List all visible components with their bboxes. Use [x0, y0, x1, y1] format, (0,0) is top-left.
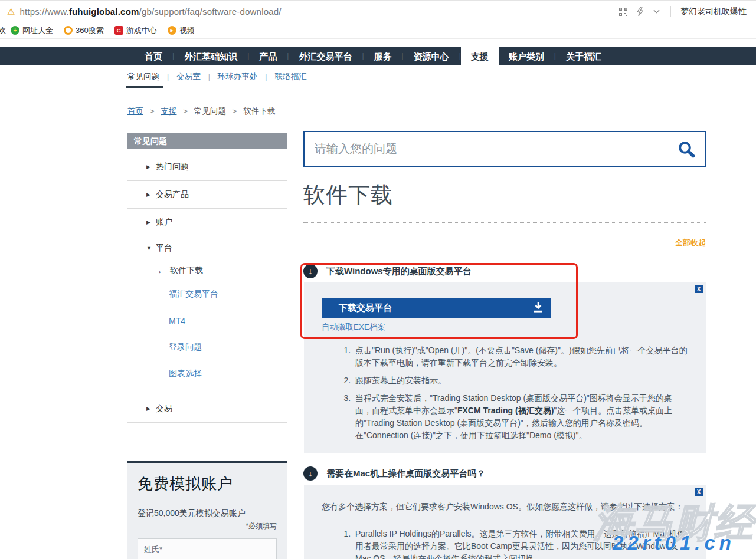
nav-item-services[interactable]: 服务 [364, 47, 402, 65]
list-item: 点击"Run (执行)"或"Open (开)"。(不要点击"Save (储存)"… [353, 344, 688, 369]
breadcrumb-separator: > [150, 107, 155, 116]
subnav-item-faq-active[interactable]: 常见问题 [127, 71, 159, 82]
last-name-field[interactable] [138, 538, 277, 559]
subnav-divider [167, 73, 169, 81]
collapsed-arrow-icon: ▶ [146, 406, 150, 412]
url-prefix: https://www. [19, 6, 68, 17]
sidebar-item-mt4[interactable]: MT4 [127, 307, 287, 334]
collapsed-arrow-icon: ▶ [146, 192, 150, 198]
breadcrumb: 首页 > 支援 > 常见问题 > 软件下载 [127, 106, 275, 117]
accordion-down-arrow-icon [303, 466, 318, 481]
url-domain: fuhuiglobal.com [69, 6, 139, 17]
ssl-warning-icon: ⚠ [7, 6, 15, 17]
breadcrumb-faq: 常见问题 [194, 107, 226, 116]
sidebar-item-accounts[interactable]: ▶ 账户 [127, 209, 287, 236]
collapsed-arrow-icon: ▶ [146, 219, 150, 225]
accordion-header-mac[interactable]: 需要在Mac机上操作桌面版交易平台吗？ [303, 466, 706, 481]
subnav-item-trading-room[interactable]: 交易室 [176, 71, 201, 82]
sidebar-title: 常见问题 [127, 133, 287, 149]
sidebar-item-label: 热门问题 [156, 162, 189, 172]
qr-code-icon[interactable] [618, 7, 628, 17]
bookmark-label: 视频 [179, 25, 195, 36]
sidebar-item-label: MT4 [169, 316, 185, 325]
demo-account-subtitle: 登记50,000美元模拟交易账户 [138, 508, 277, 519]
sidebar-item-platform-expanded[interactable]: ▼ 平台 [127, 236, 287, 260]
active-arrow-icon: → [154, 266, 162, 275]
accordion-title: 需要在Mac机上操作桌面版交易平台吗？ [326, 468, 485, 479]
required-note: *必须填写 [138, 521, 277, 531]
close-icon[interactable] [695, 285, 703, 293]
nav-item-home[interactable]: 首页 [135, 47, 172, 65]
breadcrumb-home[interactable]: 首页 [127, 107, 143, 116]
bookmark-label: 游戏中心 [126, 25, 157, 36]
bookmark-item-360search[interactable]: 360搜索 [64, 25, 104, 36]
sidebar-item-hot-questions[interactable]: ▶ 热门问题 [127, 153, 287, 181]
bookmark-label: 网址大全 [22, 25, 53, 36]
collapse-all-row: 全部收起 [303, 237, 706, 248]
search-icon[interactable] [678, 140, 695, 158]
sidebar-item-trading[interactable]: ▶ 交易 [127, 394, 287, 423]
nav-item-products[interactable]: 产品 [249, 47, 287, 65]
sidebar-item-charting[interactable]: 图表选择 [127, 360, 287, 387]
bookmarks-bar: 欢 +网址大全 360搜索 G游戏中心 ▶视频 [0, 22, 756, 39]
demo-account-box: 免费模拟账户 登记50,000美元模拟交易账户 *必须填写 [127, 461, 287, 559]
address-bar: ⚠ https://www.fuhuiglobal.com/gb/support… [0, 0, 756, 22]
sidebar-item-fxcm-platform[interactable]: 福汇交易平台 [127, 281, 287, 307]
sidebar-item-label: 交易产品 [156, 189, 189, 200]
addressbar-divider [670, 6, 671, 17]
sites-icon: + [11, 26, 19, 35]
bookmark-item-video[interactable]: ▶视频 [168, 25, 195, 36]
nav-item-support-active[interactable]: 支援 [461, 47, 499, 72]
exe-file-link[interactable]: 自动撷取EXE档案 [322, 322, 385, 333]
sidebar-item-label: 平台 [156, 243, 172, 254]
faq-sidebar: 常见问题 ▶ 热门问题 ▶ 交易产品 ▶ 账户 ▼ 平台 → 软件下载 福汇交易… [127, 133, 287, 559]
sidebar-item-label: 登录问题 [169, 342, 202, 353]
close-icon[interactable] [695, 488, 703, 496]
breadcrumb-separator: > [183, 107, 188, 116]
accordion-title: 下载Windows专用的桌面版交易平台 [326, 266, 472, 277]
addressbar-actions: 梦幻老司机吹爆性 [618, 6, 750, 17]
bookmark-label: 360搜索 [76, 25, 104, 36]
bookmark-item-games[interactable]: G游戏中心 [114, 25, 157, 36]
sidebar-item-trading-products[interactable]: ▶ 交易产品 [127, 181, 287, 209]
nav-item-account-types[interactable]: 账户类别 [499, 47, 554, 65]
bookmark-item-sites[interactable]: +网址大全 [11, 25, 53, 36]
search-input[interactable] [305, 142, 678, 156]
mac-options-list: Parallels IP Holdings的Parallels。这是第三方软件，… [322, 528, 688, 559]
lightning-icon[interactable] [635, 7, 644, 17]
sidebar-item-software-download-active[interactable]: → 软件下载 [127, 260, 287, 281]
video-icon: ▶ [168, 26, 176, 35]
sidebar-item-label: 福汇交易平台 [169, 289, 218, 300]
chevron-down-icon[interactable] [652, 7, 661, 17]
download-button-label: 下载交易平台 [339, 302, 392, 313]
sidebar-item-login-issues[interactable]: 登录问题 [127, 334, 287, 360]
download-icon [533, 302, 544, 313]
nav-item-resources[interactable]: 资源中心 [404, 47, 459, 65]
dotted-divider [303, 222, 706, 223]
sidebar-item-label: 软件下载 [170, 265, 203, 276]
support-subnav: 常见问题 交易室 环球办事处 联络福汇 [0, 65, 756, 88]
sidebar-menu: ▶ 热门问题 ▶ 交易产品 ▶ 账户 ▼ 平台 → 软件下载 福汇交易平台 MT… [127, 153, 287, 423]
accordion-header-windows-download[interactable]: 下载Windows专用的桌面版交易平台 [303, 264, 706, 278]
sidebar-item-label: 图表选择 [169, 369, 202, 379]
bookmark-partial-label[interactable]: 欢 [0, 25, 6, 36]
download-platform-button[interactable]: 下载交易平台 [322, 298, 551, 318]
main-nav: 首页 外汇基础知识 产品 外汇交易平台 服务 资源中心 支援 账户类别 关于福汇 [0, 47, 756, 65]
game-center-icon: G [114, 26, 123, 35]
collapse-all-link[interactable]: 全部收起 [675, 238, 706, 247]
demo-account-title: 免费模拟账户 [138, 473, 277, 494]
collapsed-arrow-icon: ▶ [146, 164, 150, 170]
subnav-divider [265, 73, 267, 81]
nav-item-platforms[interactable]: 外汇交易平台 [289, 47, 362, 65]
url-field[interactable]: https://www.fuhuiglobal.com/gb/support/f… [19, 6, 618, 17]
nav-item-about[interactable]: 关于福汇 [556, 47, 611, 65]
faq-search-box [303, 131, 706, 167]
breadcrumb-support[interactable]: 支援 [161, 107, 176, 116]
url-path: /gb/support/faq/software-download/ [139, 6, 282, 17]
breadcrumb-separator: > [233, 107, 237, 116]
mac-options-panel: 您有多个选择方案，但它们要求客户安装Windows OS。假如您愿意这样做，请参… [304, 485, 706, 559]
list-item: 跟随萤幕上的安装指示。 [353, 374, 688, 387]
nav-item-forex-basics[interactable]: 外汇基础知识 [174, 47, 247, 65]
subnav-item-offices[interactable]: 环球办事处 [218, 71, 258, 82]
subnav-item-contact[interactable]: 联络福汇 [274, 71, 306, 82]
